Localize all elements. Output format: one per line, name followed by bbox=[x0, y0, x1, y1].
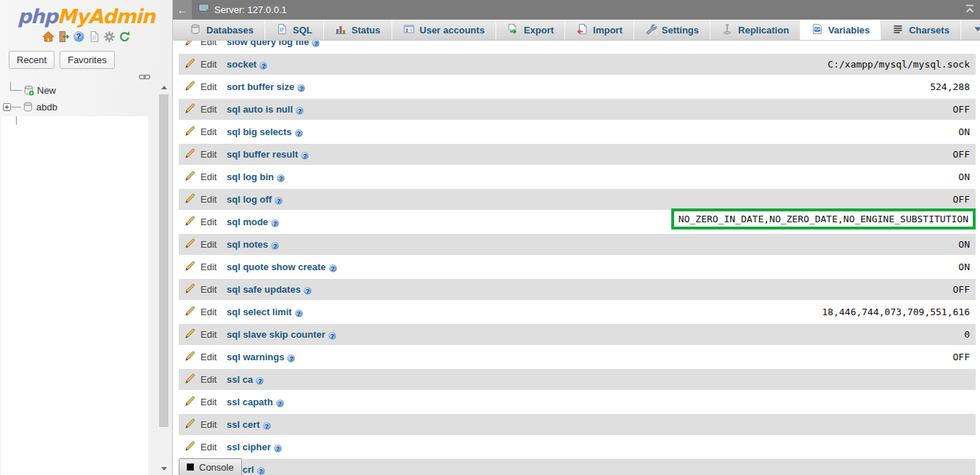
edit-button[interactable]: Edit bbox=[185, 418, 227, 431]
tab-replication[interactable]: Replication bbox=[710, 20, 801, 40]
tab-databases[interactable]: Databases bbox=[179, 20, 265, 40]
home-icon[interactable] bbox=[42, 31, 54, 43]
edit-button[interactable]: Edit bbox=[185, 125, 227, 139]
variables-table: Edit slow query log file ? Edit socket ?… bbox=[173, 41, 980, 475]
recent-button[interactable]: Recent bbox=[9, 51, 54, 69]
collapse-top-icon[interactable] bbox=[964, 4, 976, 17]
favorites-button[interactable]: Favorites bbox=[60, 51, 114, 69]
tree-expander-plus[interactable]: + bbox=[3, 103, 11, 111]
variables-icon: <> bbox=[811, 23, 823, 37]
tab-import[interactable]: Import bbox=[565, 20, 633, 40]
server-breadcrumb[interactable]: Server: 127.0.0.1 bbox=[198, 3, 287, 17]
edit-button[interactable]: Edit bbox=[185, 260, 227, 274]
sidebar-scrollbar[interactable] bbox=[158, 82, 169, 474]
table-row: Edit ssl cert ? bbox=[179, 414, 976, 435]
variable-help-icon[interactable]: ? bbox=[295, 306, 303, 319]
phpmyadmin-logo[interactable]: phpMyAdmin bbox=[0, 0, 172, 28]
edit-button[interactable]: Edit bbox=[185, 373, 227, 386]
edit-button[interactable]: Edit bbox=[185, 57, 227, 71]
scrollbar-up-arrow[interactable] bbox=[158, 82, 169, 93]
tab-status[interactable]: Status bbox=[324, 20, 392, 40]
scrollbar-down-arrow[interactable] bbox=[158, 463, 169, 474]
tab-settings[interactable]: Settings bbox=[634, 20, 710, 40]
pencil-icon bbox=[185, 147, 196, 161]
variable-help-icon[interactable]: ? bbox=[301, 148, 309, 161]
svg-text:<>: <> bbox=[814, 26, 820, 32]
variable-help-icon[interactable]: ? bbox=[257, 463, 265, 475]
tab-label: Databases bbox=[206, 25, 254, 36]
charsets-icon bbox=[892, 23, 904, 37]
variable-name: sql select limit bbox=[227, 306, 292, 317]
tab-label: SQL bbox=[293, 25, 312, 36]
pencil-icon bbox=[185, 418, 196, 431]
tree-item-new-database[interactable]: New bbox=[0, 82, 156, 99]
table-row: Edit ssl ca ? bbox=[179, 369, 976, 390]
pencil-icon bbox=[185, 305, 196, 319]
exit-door-icon[interactable] bbox=[57, 31, 70, 43]
tab-sql[interactable]: SQL bbox=[265, 20, 324, 40]
tree-item-label: abdb bbox=[36, 102, 57, 113]
variable-value: ON bbox=[958, 126, 970, 137]
variable-help-icon[interactable]: ? bbox=[276, 396, 284, 409]
edit-label: Edit bbox=[201, 59, 216, 70]
table-row: Edit ssl capath ? bbox=[179, 391, 976, 413]
tab-user-accounts[interactable]: User accounts bbox=[392, 20, 497, 40]
variable-name: ssl cipher bbox=[227, 442, 271, 452]
pencil-icon bbox=[185, 57, 196, 71]
edit-button[interactable]: Edit bbox=[185, 170, 227, 184]
back-arrow-button[interactable]: ← bbox=[173, 0, 192, 20]
variable-help-icon[interactable]: ? bbox=[328, 328, 336, 341]
variable-help-icon[interactable]: ? bbox=[297, 81, 305, 94]
variable-help-icon[interactable]: ? bbox=[277, 171, 285, 184]
scrollbar-thumb[interactable] bbox=[159, 94, 169, 427]
edit-button[interactable]: Edit bbox=[185, 238, 227, 251]
variable-help-icon[interactable]: ? bbox=[271, 238, 279, 251]
tree-item-database-abdb[interactable]: + abdb bbox=[0, 99, 156, 115]
edit-button[interactable]: Edit bbox=[185, 283, 227, 296]
edit-button[interactable]: Edit bbox=[185, 192, 227, 206]
pencil-icon bbox=[185, 350, 196, 364]
edit-button[interactable]: Edit bbox=[185, 305, 227, 319]
variable-name: ssl ca bbox=[227, 374, 253, 385]
edit-button[interactable]: Edit bbox=[185, 395, 227, 409]
variable-help-icon[interactable]: ? bbox=[312, 41, 320, 49]
gear-icon[interactable] bbox=[103, 31, 116, 43]
edit-button[interactable]: Edit bbox=[185, 80, 227, 94]
tab-charsets[interactable]: Charsets bbox=[881, 20, 961, 40]
tab-more[interactable]: More bbox=[961, 20, 980, 40]
help-icon[interactable]: ? bbox=[73, 31, 85, 43]
user-accounts-icon bbox=[403, 23, 415, 37]
edit-label: Edit bbox=[201, 126, 216, 137]
edit-button[interactable]: Edit bbox=[185, 328, 227, 341]
edit-button[interactable]: Edit bbox=[185, 102, 227, 116]
edit-button[interactable]: Edit bbox=[185, 440, 227, 454]
variable-help-icon[interactable]: ? bbox=[329, 261, 337, 274]
table-row: Edit sql safe updates ? OFF bbox=[179, 279, 976, 300]
tab-export[interactable]: Export bbox=[496, 20, 565, 40]
variable-help-icon[interactable]: ? bbox=[304, 283, 312, 296]
variable-help-icon[interactable]: ? bbox=[287, 351, 295, 364]
edit-button[interactable]: Edit bbox=[185, 147, 227, 161]
navigation-sidebar: phpMyAdmin ? Recent Favorites bbox=[0, 0, 173, 475]
pencil-icon bbox=[185, 215, 196, 229]
variable-help-icon[interactable]: ? bbox=[295, 126, 303, 139]
table-row: Edit ssl cipher ? bbox=[179, 437, 976, 458]
edit-button[interactable]: Edit bbox=[185, 41, 227, 49]
variable-name: sql safe updates bbox=[227, 284, 301, 295]
tab-label: Status bbox=[352, 25, 381, 36]
variable-help-icon[interactable]: ? bbox=[256, 373, 264, 386]
variable-help-icon[interactable]: ? bbox=[263, 418, 271, 431]
console-button[interactable]: Console bbox=[179, 458, 242, 475]
variable-help-icon[interactable]: ? bbox=[275, 193, 283, 206]
docs-icon[interactable] bbox=[88, 31, 100, 43]
tree-connector bbox=[10, 82, 22, 91]
variable-help-icon[interactable]: ? bbox=[274, 441, 282, 454]
edit-label: Edit bbox=[201, 284, 216, 295]
variable-help-icon[interactable]: ? bbox=[259, 58, 267, 71]
edit-button[interactable]: Edit bbox=[185, 350, 227, 364]
tab-variables[interactable]: <>Variables bbox=[801, 20, 881, 40]
variable-help-icon[interactable]: ? bbox=[271, 216, 279, 229]
refresh-icon[interactable] bbox=[118, 31, 131, 43]
edit-button[interactable]: Edit bbox=[185, 215, 227, 229]
variable-help-icon[interactable]: ? bbox=[296, 103, 304, 116]
